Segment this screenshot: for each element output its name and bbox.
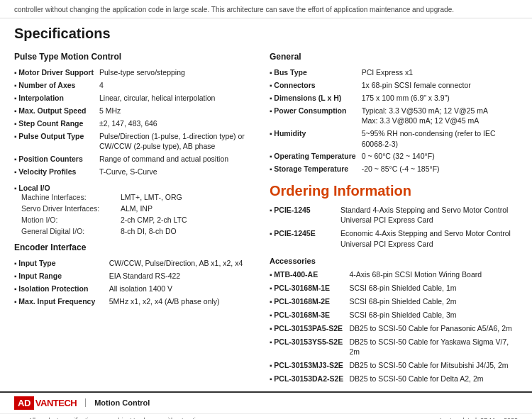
local-io-sub-label: Machine Interfaces: <box>21 192 121 203</box>
general-title: General <box>270 52 518 62</box>
accessory-label: MTB-400-AE <box>270 268 349 281</box>
table-row: InterpolationLinear, circular, helical i… <box>14 91 255 104</box>
pulse-type-specs: Motor Driver SupportPulse-type servo/ste… <box>14 66 255 178</box>
accessory-value: DB25 to SCSI-50 Cable for Panasonic A5/A… <box>349 322 518 335</box>
list-item: PCL-30153YS5-S2EDB25 to SCSI-50 Cable fo… <box>270 335 518 359</box>
accessory-value: DB25 to SCSI-50 Cable for Delta A2, 2m <box>349 372 518 386</box>
spec-value: 4 <box>99 79 255 91</box>
table-row: Operating Temperature0 ~ 60°C (32 ~ 140°… <box>270 150 518 163</box>
local-io-sub-value: 8-ch DI, 8-ch DO <box>121 226 255 238</box>
table-row: Power ConsumptionTypical: 3.3 V@530 mA; … <box>270 104 518 127</box>
table-row: Isolation ProtectionAll isolation 1400 V <box>14 282 255 295</box>
encoder-specs: Input TypeCW/CCW, Pulse/Direction, AB x1… <box>14 257 255 308</box>
accessory-label: PCL-30168M-3E <box>270 308 349 322</box>
table-row: Velocity ProfilesT-Curve, S-Curve <box>14 165 255 178</box>
spec-label: Number of Axes <box>14 79 99 91</box>
left-column: Pulse Type Motion Control Motor Driver S… <box>14 49 255 391</box>
spec-label: Position Counters <box>14 152 99 165</box>
list-item: PCL-30168M-2ESCSI 68-pin Shielded Cable,… <box>270 295 518 308</box>
ordering-value: Economic 4-Axis Stepping and Servo Motor… <box>340 227 518 250</box>
ordering-value: Standard 4-Axis Stepping and Servo Motor… <box>340 203 518 227</box>
list-item: PCL-30168M-1ESCSI 68-pin Shielded Cable,… <box>270 281 518 295</box>
spec-value: Linear, circular, helical interpolation <box>99 91 255 104</box>
spec-label: Connectors <box>270 79 362 91</box>
table-row: Dimensions (L x H)175 x 100 mm (6.9" x 3… <box>270 91 518 104</box>
spec-label: Humidity <box>270 127 362 150</box>
spec-label: Bus Type <box>270 66 362 79</box>
spec-label: Input Type <box>14 257 109 269</box>
table-row: Pulse Output TypePulse/Direction (1-puls… <box>14 130 255 152</box>
list-item: PCL-30153PA5-S2EDB25 to SCSI-50 Cable fo… <box>270 322 518 335</box>
ordering-title: Ordering Information <box>270 183 518 199</box>
table-row: Input TypeCW/CCW, Pulse/Direction, AB x1… <box>14 257 255 269</box>
top-banner: controller without changing the applicat… <box>0 0 532 18</box>
footer-logo: ADVANTECH <box>14 396 77 410</box>
accessory-value: SCSI 68-pin Shielded Cable, 2m <box>349 295 518 308</box>
accessory-value: 4-Axis 68-pin SCSI Motion Wiring Board <box>349 268 518 281</box>
spec-label: Pulse Output Type <box>14 130 99 152</box>
local-io-sub-value: LMT+, LMT-, ORG <box>121 192 255 203</box>
accessory-value: SCSI 68-pin Shielded Cable, 3m <box>349 308 518 322</box>
list-item: PCL-30168M-3ESCSI 68-pin Shielded Cable,… <box>270 308 518 322</box>
spec-value: All isolation 1400 V <box>109 282 255 295</box>
table-row: Connectors1x 68-pin SCSI female connecto… <box>270 79 518 91</box>
table-row: Input RangeEIA Standard RS-422 <box>14 269 255 282</box>
spec-label: Interpolation <box>14 91 99 104</box>
accessories-table: MTB-400-AE4-Axis 68-pin SCSI Motion Wiri… <box>270 268 518 386</box>
accessory-value: DB25 to SCSI-50 Cable for Mitsubishi J4/… <box>349 359 518 372</box>
local-io-label: Local I/O <box>14 184 255 192</box>
footer-bottom: All product specifications are subject t… <box>0 413 532 419</box>
spec-value: CW/CCW, Pulse/Direction, AB x1, x2, x4 <box>109 257 255 269</box>
local-io-sub-value: ALM, INP <box>121 203 255 215</box>
table-row: Humidity5~95% RH non-condensing (refer t… <box>270 127 518 150</box>
spec-label: Motor Driver Support <box>14 66 99 79</box>
spec-value: PCI Express x1 <box>362 66 518 79</box>
footer-section: Motion Control <box>85 398 150 407</box>
logo-vantech: VANTECH <box>35 398 77 408</box>
spec-value: 175 x 100 mm (6.9" x 3.9") <box>362 91 518 104</box>
list-item: PCL-30153MJ3-S2EDB25 to SCSI-50 Cable fo… <box>270 359 518 372</box>
table-row: Number of Axes4 <box>14 79 255 91</box>
general-specs: Bus TypePCI Express x1Connectors1x 68-pi… <box>270 66 518 176</box>
list-item: MTB-400-AE4-Axis 68-pin SCSI Motion Wiri… <box>270 268 518 281</box>
spec-value: ±2, 147, 483, 646 <box>99 117 255 130</box>
local-io-sub-label: Motion I/O: <box>21 215 121 226</box>
list-item: PCIE-1245Standard 4-Axis Stepping and Se… <box>270 203 518 227</box>
encoder-title: Encoder Interface <box>14 242 255 252</box>
ordering-label: PCIE-1245E <box>270 227 340 250</box>
accessory-label: PCL-30168M-2E <box>270 295 349 308</box>
footer: ADVANTECH Motion Control <box>0 391 532 413</box>
spec-value: Pulse/Direction (1-pulse, 1-direction ty… <box>99 130 255 152</box>
ordering-items: PCIE-1245Standard 4-Axis Stepping and Se… <box>270 203 518 251</box>
spec-value: 5MHz x1, x2, x4 (A/B phase only) <box>109 295 255 308</box>
accessory-label: PCL-30153DA2-S2E <box>270 372 349 386</box>
local-io-sub: Machine Interfaces:LMT+, LMT-, ORGServo … <box>14 192 255 237</box>
spec-label: Dimensions (L x H) <box>270 91 362 104</box>
spec-value: EIA Standard RS-422 <box>109 269 255 282</box>
spec-value: Pulse-type servo/stepping <box>99 66 255 79</box>
pulse-type-title: Pulse Type Motion Control <box>14 52 255 62</box>
spec-value: 5~95% RH non-condensing (refer to IEC 60… <box>362 127 518 150</box>
page-title: Specifications <box>14 26 518 42</box>
accessory-value: SCSI 68-pin Shielded Cable, 1m <box>349 281 518 295</box>
spec-value: Range of command and actual position <box>99 152 255 165</box>
table-row: Max. Input Frequency5MHz x1, x2, x4 (A/B… <box>14 295 255 308</box>
accessory-label: PCL-30153PA5-S2E <box>270 322 349 335</box>
spec-label: Velocity Profiles <box>14 165 99 178</box>
table-row: Position CountersRange of command and ac… <box>14 152 255 165</box>
list-item: PCL-30153DA2-S2EDB25 to SCSI-50 Cable fo… <box>270 372 518 386</box>
spec-label: Power Consumption <box>270 104 362 127</box>
spec-label: Storage Temperature <box>270 163 362 176</box>
accessory-label: PCL-30168M-1E <box>270 281 349 295</box>
right-column: General Bus TypePCI Express x1Connectors… <box>270 49 518 391</box>
table-row: Storage Temperature-20 ~ 85°C (-4 ~ 185°… <box>270 163 518 176</box>
spec-value: T-Curve, S-Curve <box>99 165 255 178</box>
spec-label: Operating Temperature <box>270 150 362 163</box>
spec-value: 1x 68-pin SCSI female connector <box>362 79 518 91</box>
table-row: Motor Driver SupportPulse-type servo/ste… <box>14 66 255 79</box>
spec-label: Isolation Protection <box>14 282 109 295</box>
table-row: Step Count Range±2, 147, 483, 646 <box>14 117 255 130</box>
spec-value: -20 ~ 85°C (-4 ~ 185°F) <box>362 163 518 176</box>
spec-label: Max. Output Speed <box>14 104 99 117</box>
spec-value: Typical: 3.3 V@530 mA; 12 V@25 mA Max: 3… <box>362 104 518 127</box>
